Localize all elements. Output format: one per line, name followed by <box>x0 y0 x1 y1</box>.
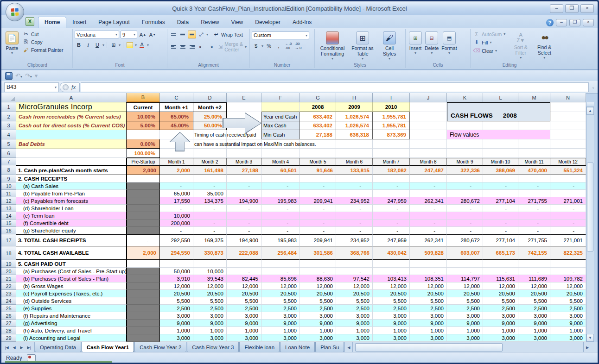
sheet-tab-plan-summary[interactable]: Plan Su <box>315 342 344 352</box>
cell-D19[interactable] <box>193 260 227 268</box>
prev-sheet-icon[interactable]: ◀ <box>11 344 18 351</box>
name-box[interactable]: B43▾ <box>4 82 59 92</box>
cell-J10[interactable]: - <box>410 182 447 190</box>
cell-N19[interactable] <box>550 260 586 268</box>
cell-M17[interactable]: 271,755 <box>518 234 550 246</box>
cell-D9[interactable] <box>193 175 227 182</box>
row-header-21[interactable]: 21 <box>1 275 16 282</box>
cell-F27[interactable]: 9,000 <box>261 320 300 327</box>
cell-A1-company-title[interactable]: MicroGranules Incorp <box>16 102 127 112</box>
font-name-combo[interactable]: Verdana▾ <box>75 31 119 38</box>
param-header-2[interactable]: Month +1 <box>160 102 193 112</box>
cell-N29[interactable]: 3,000 <box>550 334 586 342</box>
month-header-12[interactable]: Month 12 <box>550 158 586 165</box>
cell[interactable] <box>300 149 336 158</box>
increase-decimal-button[interactable]: ←.0.00 <box>284 42 293 50</box>
cell-H29[interactable]: 3,000 <box>336 334 373 342</box>
cell-N25[interactable]: 2,500 <box>550 305 586 312</box>
cell-L16[interactable]: - <box>483 227 518 234</box>
cell-G23[interactable]: 20,500 <box>300 290 336 297</box>
cell-K12[interactable]: 280,672 <box>447 197 483 205</box>
cell-F24[interactable]: 5,500 <box>261 297 300 305</box>
cell-F28[interactable]: 1,000 <box>261 327 300 334</box>
cell-J24[interactable]: 5,500 <box>410 297 447 305</box>
cell-H24[interactable]: 5,500 <box>336 297 373 305</box>
row-header-19[interactable]: 19 <box>1 260 16 268</box>
decrease-indent-button[interactable]: ⇤ <box>197 43 205 51</box>
cell-C20[interactable]: 50,000 <box>160 268 193 275</box>
cell-K18[interactable]: 603,007 <box>447 246 483 260</box>
workbook-minimize-button[interactable]: – <box>556 19 567 26</box>
cell-B15[interactable] <box>127 220 160 227</box>
row-label-24[interactable]: (d) Outside Services <box>16 297 127 305</box>
cell-K29[interactable]: 3,000 <box>447 334 483 342</box>
cell-H17[interactable]: 234,952 <box>336 234 373 246</box>
cell-B13[interactable] <box>127 205 160 212</box>
column-header-E[interactable]: E <box>227 93 261 102</box>
cell-A7[interactable] <box>16 158 127 165</box>
param-value[interactable]: 10.00% <box>127 112 160 121</box>
cell-J22[interactable]: 12,000 <box>410 282 447 290</box>
cell-L24[interactable]: 5,500 <box>483 297 518 305</box>
month-header-10[interactable]: Month 10 <box>483 158 518 165</box>
cell-I12[interactable]: 247,959 <box>373 197 410 205</box>
cell-N17[interactable]: 271,001 <box>550 234 586 246</box>
cell-H22[interactable]: 12,000 <box>336 282 373 290</box>
cell-F11[interactable] <box>261 190 300 197</box>
cell-I20[interactable]: - <box>373 268 410 275</box>
cell-E16[interactable]: - <box>227 227 261 234</box>
cell-I8[interactable]: 182,082 <box>373 165 410 175</box>
cell-H28[interactable]: 1,000 <box>336 327 373 334</box>
cell-L21[interactable]: 115,631 <box>483 275 518 282</box>
align-right-button[interactable] <box>188 43 196 51</box>
cell-K28[interactable]: 1,000 <box>447 327 483 334</box>
column-header-N[interactable]: N <box>550 93 586 102</box>
month-header-11[interactable]: Month 11 <box>518 158 550 165</box>
row-label-20[interactable]: (a) Purchases (Cost of Sales - Pre-Start… <box>16 268 127 275</box>
tab-review[interactable]: Review <box>195 17 225 28</box>
row-label-27[interactable]: (g) Advertising <box>16 320 127 327</box>
cell-E12[interactable]: 194,900 <box>227 197 261 205</box>
font-color-button[interactable]: A <box>138 41 146 49</box>
cell-N24[interactable]: 5,500 <box>550 297 586 305</box>
cell-L13[interactable]: - <box>483 205 518 212</box>
next-sheet-icon[interactable]: ▶ <box>18 344 25 351</box>
cell-I15[interactable]: - <box>373 220 410 227</box>
cell-I9[interactable] <box>373 175 410 182</box>
cell-J17[interactable]: 262,341 <box>410 234 447 246</box>
cell-N28[interactable]: 1,000 <box>550 327 586 334</box>
cell-E17[interactable]: 194,900 <box>227 234 261 246</box>
select-all-corner[interactable] <box>1 93 16 102</box>
accounting-format-button[interactable]: $ <box>252 42 260 50</box>
cell-L20[interactable]: - <box>483 268 518 275</box>
row-label-22[interactable]: (b) Gross Wages <box>16 282 127 290</box>
cell-B23[interactable] <box>127 290 160 297</box>
macro-record-icon[interactable] <box>27 354 36 361</box>
row-header-28[interactable]: 28 <box>1 327 16 334</box>
wrap-text-button[interactable]: ↩Wrap Text <box>212 31 244 38</box>
cell-C16[interactable]: - <box>160 227 193 234</box>
cell-C25[interactable]: 2,500 <box>160 305 193 312</box>
cell-I23[interactable]: 20,500 <box>373 290 410 297</box>
row-label-17[interactable]: 3. TOTAL CASH RECEIPTS <box>16 234 127 246</box>
cell-J9[interactable] <box>410 175 447 182</box>
cell-F18[interactable]: 256,484 <box>261 246 300 260</box>
row-label-8[interactable]: 1. Cash pre-plan/Cash month starts <box>16 165 127 175</box>
cell-L22[interactable]: 12,000 <box>483 282 518 290</box>
row-header-25[interactable]: 25 <box>1 305 16 312</box>
font-size-combo[interactable]: 9▾ <box>121 31 137 38</box>
cell-J11[interactable] <box>410 190 447 197</box>
column-header-F[interactable]: F <box>261 93 300 102</box>
cell-J15[interactable]: - <box>410 220 447 227</box>
cell-H11[interactable] <box>336 190 373 197</box>
grow-font-button[interactable]: A▲ <box>139 31 147 38</box>
cell-G19[interactable] <box>300 260 336 268</box>
summary-value[interactable]: 633,402 <box>300 112 336 121</box>
vertical-scroll-thumb[interactable] <box>587 163 593 251</box>
cell-K23[interactable]: 20,500 <box>447 290 483 297</box>
cell-I28[interactable]: 1,000 <box>373 327 410 334</box>
tab-insert[interactable]: Insert <box>66 17 92 28</box>
cell-J14[interactable] <box>410 212 447 220</box>
cell-H9[interactable] <box>336 175 373 182</box>
cell-H8[interactable]: 133,815 <box>336 165 373 175</box>
